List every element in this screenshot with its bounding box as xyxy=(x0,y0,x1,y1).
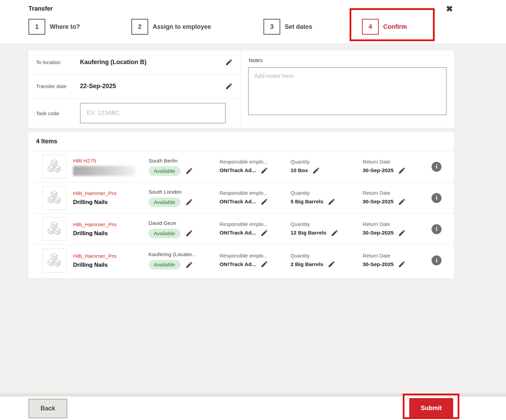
edit-status-icon[interactable] xyxy=(185,229,193,238)
step-confirm[interactable]: 4 Confirm xyxy=(362,19,407,35)
cubes-icon xyxy=(46,190,62,206)
item-location: Kaufering (Locatio… xyxy=(149,251,220,257)
edit-return-date-icon[interactable] xyxy=(398,229,406,237)
edit-return-date-icon[interactable] xyxy=(398,166,406,175)
item-name-column: Hilti_Hammer_Pro Drilling Nails xyxy=(73,190,149,205)
edit-responsible-icon[interactable] xyxy=(260,260,268,268)
item-name-link[interactable]: Hilti H275 xyxy=(73,158,149,164)
item-row: Hilti_Hammer_Pro Drilling Nails David Ge… xyxy=(28,214,454,245)
edit-status-icon[interactable] xyxy=(185,198,193,206)
quantity-label: Quantity xyxy=(291,221,363,227)
item-name-link[interactable]: Hilti_Hammer_Pro xyxy=(73,253,149,259)
edit-transfer-date-icon[interactable] xyxy=(225,82,233,91)
to-location-label: To location xyxy=(28,59,80,65)
item-row: Hilti_Hammer_Pro Drilling Nails Kauferin… xyxy=(28,245,454,276)
responsible-label: Responsible emplo... xyxy=(220,159,291,165)
item-row: Hilti_Hammer_Pro Drilling Nails South Lo… xyxy=(28,182,454,214)
edit-location-icon[interactable] xyxy=(225,58,233,67)
item-name-link[interactable]: Hilti_Hammer_Pro xyxy=(73,221,149,228)
edit-return-date-icon[interactable] xyxy=(398,197,406,206)
step-assign-to-employee[interactable]: 2 Assign to employee xyxy=(131,19,263,35)
return-date-value: 30-Sep-2025 xyxy=(363,199,393,205)
edit-status-icon[interactable] xyxy=(185,167,193,175)
item-location: South Berlin xyxy=(149,158,220,164)
edit-responsible-icon[interactable] xyxy=(260,229,268,237)
item-thumbnail xyxy=(42,155,66,179)
item-description: Drilling Nails xyxy=(73,230,149,237)
step-set-dates[interactable]: 3 Set dates xyxy=(263,19,362,35)
info-icon[interactable]: i xyxy=(432,193,442,203)
responsible-label: Responsible emplo... xyxy=(220,253,291,259)
step-number: 2 xyxy=(131,19,148,35)
back-button[interactable]: Back xyxy=(28,399,67,418)
to-location-value: Kaufering (Location B) xyxy=(80,59,225,66)
quantity-label: Quantity xyxy=(291,190,363,196)
item-location-column: Kaufering (Locatio… Available xyxy=(149,251,220,269)
item-name-column: Hilti H275 xyxy=(73,158,149,176)
task-code-row: Task code xyxy=(28,98,240,128)
to-location-row: To location Kaufering (Location B) xyxy=(28,50,240,74)
item-thumbnail xyxy=(42,186,66,210)
wizard-steps: 1 Where to? 2 Assign to employee 3 Set d… xyxy=(28,19,479,35)
edit-responsible-icon[interactable] xyxy=(260,197,268,206)
return-date-value: 30-Sep-2025 xyxy=(363,167,393,173)
edit-status-icon[interactable] xyxy=(185,261,193,269)
dialog-title: Transfer xyxy=(28,5,53,12)
edit-responsible-icon[interactable] xyxy=(260,166,268,175)
edit-return-date-icon[interactable] xyxy=(398,260,406,268)
return-date-label: Return Date xyxy=(363,253,425,259)
step-number: 4 xyxy=(362,19,379,35)
dialog-header: Transfer ✖ 1 Where to? 2 Assign to emplo… xyxy=(0,0,506,43)
item-description: Drilling Nails xyxy=(73,199,149,205)
transfer-date-row: Transfer date 22-Sep-2025 xyxy=(28,74,240,98)
redacted-text xyxy=(73,166,136,176)
responsible-value: ON!Track Ad... xyxy=(220,199,256,205)
responsible-value: ON!Track Ad... xyxy=(220,261,256,267)
item-row: Hilti H275 South Berlin Available Respon… xyxy=(28,151,454,182)
return-date-column: Return Date 30-Sep-2025 xyxy=(363,159,425,175)
item-location-column: David Geze Available xyxy=(149,220,220,238)
info-icon[interactable]: i xyxy=(432,255,442,265)
return-date-value: 30-Sep-2025 xyxy=(363,230,393,236)
return-date-label: Return Date xyxy=(363,190,425,196)
responsible-label: Responsible emplo... xyxy=(220,190,291,196)
step-where-to[interactable]: 1 Where to? xyxy=(28,19,131,35)
notes-textarea[interactable] xyxy=(248,67,447,115)
status-badge: Available xyxy=(149,197,180,207)
transfer-date-value: 22-Sep-2025 xyxy=(80,83,225,90)
step-label: Assign to employee xyxy=(153,23,211,31)
transfer-dialog: Transfer ✖ 1 Where to? 2 Assign to emplo… xyxy=(0,0,506,420)
edit-quantity-icon[interactable] xyxy=(328,260,336,268)
responsible-value: ON!Track Ad... xyxy=(220,167,256,173)
quantity-label: Quantity xyxy=(291,253,363,259)
step-number: 1 xyxy=(28,19,45,35)
item-name-link[interactable]: Hilti_Hammer_Pro xyxy=(73,190,149,196)
responsible-column: Responsible emplo... ON!Track Ad... xyxy=(220,253,291,268)
info-icon[interactable]: i xyxy=(432,224,442,234)
close-icon[interactable]: ✖ xyxy=(444,3,455,14)
info-icon[interactable]: i xyxy=(432,162,442,172)
edit-quantity-icon[interactable] xyxy=(312,166,320,175)
footer-divider xyxy=(0,393,506,397)
transfer-details-card: To location Kaufering (Location B) Trans… xyxy=(28,50,240,128)
cubes-icon xyxy=(46,252,62,269)
items-list-card: 4 Items Hilti H275 South Berlin Availabl… xyxy=(28,132,454,278)
task-code-input[interactable] xyxy=(80,103,226,123)
return-date-label: Return Date xyxy=(363,221,425,227)
step-label: Confirm xyxy=(383,23,407,31)
cubes-icon xyxy=(46,158,62,175)
item-location: David Geze xyxy=(149,220,220,226)
quantity-column: Quantity 2 Big Barrels xyxy=(291,253,363,268)
notes-label: Notes xyxy=(249,57,263,63)
return-date-column: Return Date 30-Sep-2025 xyxy=(363,253,425,268)
status-badge: Available xyxy=(149,229,180,238)
step-number: 3 xyxy=(263,19,280,35)
items-count-header: 4 Items xyxy=(28,132,454,151)
edit-quantity-icon[interactable] xyxy=(328,197,336,206)
quantity-value: 12 Big Barrels xyxy=(291,230,326,236)
return-date-column: Return Date 30-Sep-2025 xyxy=(363,190,425,206)
item-name-column: Hilti_Hammer_Pro Drilling Nails xyxy=(73,221,149,237)
submit-button[interactable]: Submit xyxy=(409,398,453,418)
quantity-value: 2 Big Barrels xyxy=(291,261,323,267)
edit-quantity-icon[interactable] xyxy=(330,229,339,237)
